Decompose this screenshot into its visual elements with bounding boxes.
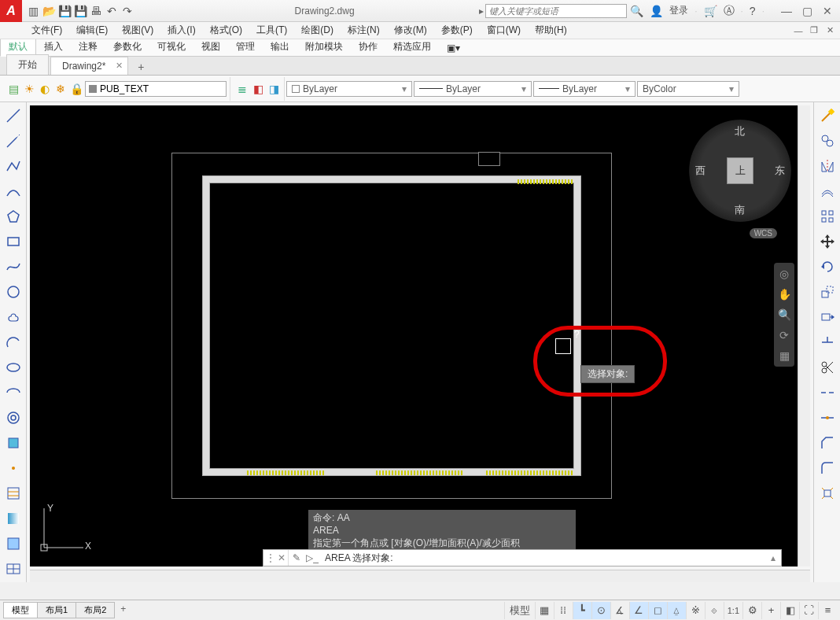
ribbon-tab-parametric[interactable]: 参数化 [105,38,149,56]
viewcube-west[interactable]: 西 [695,164,706,178]
nav-orbit-icon[interactable]: ⟳ [776,327,792,343]
table-tool-icon[interactable] [3,559,24,579]
status-fullscreen-icon[interactable]: ⛶ [799,602,818,619]
gradient-tool-icon[interactable] [3,508,24,529]
stretch-tool-icon[interactable] [817,307,838,327]
polygon-tool-icon[interactable] [3,206,24,227]
layer-stack-icon[interactable]: ≣ [235,82,249,96]
ribbon-tab-featured[interactable]: 精选应用 [385,38,439,56]
doc-tab-close-icon[interactable]: ✕ [116,61,123,71]
save-icon[interactable]: 💾 [58,5,71,17]
wcs-badge[interactable]: WCS [750,228,777,238]
rotate-tool-icon[interactable] [817,256,838,277]
layer-states-icon[interactable]: ☀ [22,82,36,96]
status-customize-icon[interactable]: ≡ [818,602,837,619]
cart-icon[interactable]: 🛒 [704,5,717,17]
layer-properties-icon[interactable]: ▤ [6,82,20,96]
scale-tool-icon[interactable] [817,282,838,302]
viewcube-south[interactable]: 南 [735,203,745,217]
doc-restore-button[interactable]: ❐ [807,24,821,37]
search-input[interactable] [485,4,627,18]
status-cycling-icon[interactable]: ⟐ [705,602,724,619]
status-otrack-icon[interactable]: ∠ [629,602,648,619]
ribbon-tab-visualize[interactable]: 可视化 [149,38,193,56]
cmdline-history-icon[interactable]: ▴ [765,552,781,563]
status-snap-icon[interactable]: ⁞⁞ [554,602,573,619]
status-transparency-icon[interactable]: ※ [686,602,705,619]
color-combo[interactable]: ByLayer▾ [286,81,412,97]
layer-combo[interactable]: PUB_TEXT [85,81,227,97]
saveas-icon[interactable]: 💾 [74,5,87,17]
doc-tab-start[interactable]: 开始 [6,54,49,75]
ellipse-arc-tool-icon[interactable] [3,382,24,403]
lineweight-combo[interactable]: ByLayer▾ [533,81,636,97]
erase-tool-icon[interactable] [817,105,838,126]
layer-freeze-icon[interactable]: ❄ [53,82,68,96]
line-tool-icon[interactable] [3,105,24,126]
menu-dim[interactable]: 标注(N) [341,22,386,39]
redo-icon[interactable]: ↷ [121,5,134,17]
maximize-button[interactable]: ▢ [798,3,816,19]
viewcube-east[interactable]: 东 [775,164,785,178]
search-icon[interactable]: 🔍 [630,5,643,17]
arc-tool-icon[interactable] [3,181,24,201]
move-tool-icon[interactable] [817,231,838,252]
ray-tool-icon[interactable] [3,131,24,151]
nav-zoom-icon[interactable]: 🔍 [776,307,792,323]
status-isodraft-icon[interactable]: ∡ [610,602,629,619]
login-link[interactable]: 登录 [669,4,688,17]
layout-tab-model[interactable]: 模型 [3,602,38,618]
menu-modify[interactable]: 修改(M) [388,22,433,39]
viewcube-north[interactable]: 北 [735,124,745,138]
drawing-canvas[interactable]: ? 选择对象: 上 北 南 西 东 WCS ◎ ✋ 🔍 ⟳ ▦ [30,105,810,566]
layer-iso-icon[interactable]: ◨ [267,82,281,96]
menu-view[interactable]: 视图(V) [116,22,160,39]
ribbon-tab-collab[interactable]: 协作 [351,38,385,56]
menu-help[interactable]: 帮助(H) [529,22,573,39]
hatch-tool-icon[interactable] [3,483,24,504]
join-tool-icon[interactable] [817,408,838,428]
open-icon[interactable]: 📂 [42,5,55,17]
app-store-icon[interactable]: Ⓐ [724,4,735,18]
menu-file[interactable]: 文件(F) [25,22,68,39]
status-osnap-icon[interactable]: ◻ [648,602,667,619]
status-plus-icon[interactable]: + [761,602,780,619]
status-ui-icon[interactable]: ◧ [780,602,799,619]
cmdline-grip-icon[interactable]: ⋮ ✕ [263,550,289,566]
layout-tab-2[interactable]: 布局2 [76,602,115,618]
ribbon-tab-addins[interactable]: 附加模块 [297,38,351,56]
nav-wheel-icon[interactable]: ◎ [776,266,792,282]
doc-tab-add-button[interactable]: + [130,59,152,75]
status-ortho-icon[interactable]: ┗ [573,602,591,619]
minimize-button[interactable]: — [777,3,796,19]
plot-icon[interactable]: 🖶 [90,5,102,17]
menu-window[interactable]: 窗口(W) [481,22,527,39]
polyline-tool-icon[interactable] [3,156,24,176]
cmdline-customize-icon[interactable]: ✎ [289,552,304,563]
donut-tool-icon[interactable] [3,408,24,428]
nav-pan-icon[interactable]: ✋ [776,286,792,302]
menu-param[interactable]: 参数(P) [435,22,479,39]
menu-format[interactable]: 格式(O) [204,22,249,39]
ribbon-tab-output[interactable]: 输出 [263,38,297,56]
point-tool-icon[interactable] [3,458,24,478]
help-icon[interactable]: ? [750,5,756,17]
menu-tools[interactable]: 工具(T) [250,22,293,39]
arc2-tool-icon[interactable] [3,332,24,352]
new-icon[interactable]: ▥ [27,5,39,17]
close-button[interactable]: ✕ [818,3,837,19]
nav-showmotion-icon[interactable]: ▦ [776,348,792,364]
status-gear-icon[interactable]: ⚙ [742,602,761,619]
break-tool-icon[interactable] [817,382,838,403]
mirror-tool-icon[interactable] [817,156,838,176]
layout-tab-add[interactable]: + [114,602,132,616]
cmdline-text[interactable]: AREA 选择对象: [320,552,765,565]
menu-draw[interactable]: 绘图(D) [295,22,340,39]
layer-lock-icon[interactable]: 🔒 [69,82,83,96]
copy-tool-icon[interactable] [817,131,838,151]
layout-tab-1[interactable]: 布局1 [37,602,76,618]
offset-tool-icon[interactable] [817,181,838,201]
array-tool-icon[interactable] [817,206,838,227]
spline-tool-icon[interactable] [3,256,24,277]
revcloud-tool-icon[interactable] [3,307,24,327]
